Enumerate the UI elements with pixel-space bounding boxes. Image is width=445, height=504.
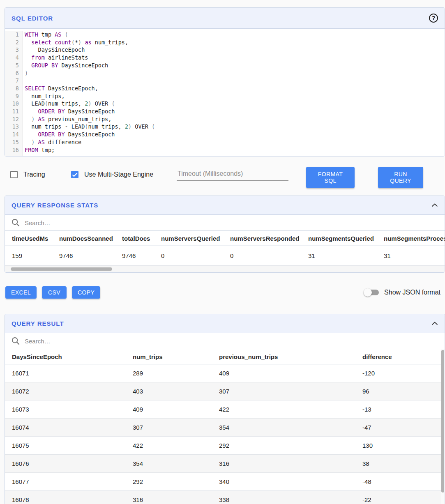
collapse-stats-icon[interactable]	[431, 203, 438, 207]
table-cell: 16073	[5, 400, 133, 419]
line-number: 7	[5, 77, 19, 85]
code-line: from airlineStats	[25, 54, 155, 62]
tracing-checkbox[interactable]	[10, 171, 18, 178]
result-scrollbar-thumb[interactable]	[441, 350, 444, 492]
sql-code-editor[interactable]: 12345678910111213141516 WITH tmp AS ( se…	[5, 29, 445, 156]
line-number: 8	[5, 85, 19, 92]
result-search-input[interactable]	[25, 338, 438, 345]
result-header: QUERY RESULT	[5, 314, 445, 333]
column-header[interactable]: numDocsScanned	[59, 231, 122, 246]
line-number: 11	[5, 108, 19, 115]
multistage-checkbox[interactable]	[71, 171, 78, 178]
table-row: 16071289409-120	[5, 364, 442, 382]
table-cell: 31	[384, 246, 445, 266]
table-cell: 130	[362, 437, 442, 455]
code-line: WITH tmp AS (	[25, 31, 155, 39]
header-row: DaysSinceEpochnum_tripsprevious_num_trip…	[5, 349, 442, 364]
table-cell: 422	[219, 400, 362, 419]
column-header[interactable]: timeUsedMs	[5, 231, 59, 246]
show-json-toggle[interactable]	[364, 288, 380, 297]
multistage-control[interactable]: Use Multi-Stage Engine	[71, 166, 153, 183]
stats-search-input[interactable]	[25, 219, 438, 226]
line-number: 6	[5, 69, 19, 77]
result-vertical-scrollbar[interactable]	[441, 349, 445, 504]
check-icon	[72, 173, 78, 177]
table-cell: 38	[362, 455, 442, 473]
table-cell: 307	[133, 419, 219, 437]
code-line: num_trips,	[25, 92, 155, 100]
column-header[interactable]: totalDocs	[122, 231, 161, 246]
table-row: 16078316338-22	[5, 491, 442, 504]
line-number: 9	[5, 92, 19, 100]
sql-editor-header: SQL EDITOR ?	[5, 8, 445, 29]
line-number: 5	[5, 62, 19, 69]
timeout-field-wrap	[177, 168, 288, 181]
stats-scrollbar-thumb[interactable]	[11, 267, 112, 271]
copy-button[interactable]: COPY	[72, 286, 100, 299]
collapse-result-icon[interactable]	[431, 322, 438, 325]
line-number: 16	[5, 146, 19, 154]
table-cell: 354	[219, 419, 362, 437]
table-cell: 16076	[5, 455, 133, 473]
result-table: DaysSinceEpochnum_tripsprevious_num_trip…	[5, 349, 442, 504]
table-cell: -47	[362, 419, 442, 437]
code-line: num_trips - LEAD(num_trips, 2) OVER (	[25, 123, 155, 131]
table-cell: 338	[219, 491, 362, 504]
column-header[interactable]: difference	[362, 349, 442, 364]
csv-button[interactable]: CSV	[42, 286, 67, 299]
table-cell: 31	[308, 246, 384, 266]
code-line: ORDER BY DaysSinceEpoch	[25, 131, 155, 138]
export-row: EXCEL CSV COPY Show JSON format	[0, 285, 445, 300]
stats-table-clip: timeUsedMsnumDocsScannedtotalDocsnumServ…	[5, 230, 445, 266]
code-line: ) AS difference	[25, 138, 155, 146]
table-cell: 292	[133, 473, 219, 491]
stats-horizontal-scrollbar[interactable]	[5, 266, 445, 272]
table-cell: 16078	[5, 491, 133, 504]
table-row: 1607240330796	[5, 382, 442, 400]
tracing-control[interactable]: Tracing	[10, 166, 45, 183]
column-header[interactable]: previous_num_trips	[219, 349, 362, 364]
table-cell: 316	[219, 455, 362, 473]
table-cell: 16072	[5, 382, 133, 400]
excel-button[interactable]: EXCEL	[5, 286, 37, 299]
column-header[interactable]: numSegmentsProcessed	[384, 231, 445, 246]
column-header[interactable]: numServersResponded	[230, 231, 308, 246]
table-row: 15997469746003131	[5, 246, 445, 266]
toggle-knob	[364, 288, 372, 297]
sql-editor-card: SQL EDITOR ? 12345678910111213141516 WIT…	[5, 7, 445, 156]
sql-code[interactable]: WITH tmp AS ( select count(*) as num_tri…	[23, 31, 155, 156]
column-header[interactable]: num_trips	[133, 349, 219, 364]
table-cell: -48	[362, 473, 442, 491]
format-sql-button[interactable]: FORMAT SQL	[306, 167, 355, 188]
code-line: )	[25, 69, 155, 77]
table-cell: -120	[362, 364, 442, 382]
column-header[interactable]: numSegmentsQueried	[308, 231, 384, 246]
result-table-wrap: DaysSinceEpochnum_tripsprevious_num_trip…	[5, 349, 445, 504]
line-number: 4	[5, 54, 19, 62]
code-line: SELECT DaysSinceEpoch,	[25, 85, 155, 92]
code-line: FROM tmp;	[25, 146, 155, 154]
stats-table: timeUsedMsnumDocsScannedtotalDocsnumServ…	[5, 230, 445, 266]
json-format-toggle-group: Show JSON format	[364, 288, 440, 297]
result-search-row	[5, 333, 445, 349]
line-number: 10	[5, 100, 19, 108]
table-cell: 409	[133, 400, 219, 419]
table-cell: 9746	[59, 246, 122, 266]
line-number: 15	[5, 138, 19, 146]
table-row: 16074307354-47	[5, 419, 442, 437]
line-number: 12	[5, 115, 19, 123]
line-number: 3	[5, 46, 19, 54]
sql-editor-title: SQL EDITOR	[12, 15, 53, 22]
table-cell: 16074	[5, 419, 133, 437]
table-cell: 422	[133, 437, 219, 455]
code-line: GROUP BY DaysSinceEpoch	[25, 62, 155, 69]
timeout-input[interactable]	[177, 168, 288, 181]
code-line: LEAD(num_trips, 2) OVER (	[25, 100, 155, 108]
help-icon[interactable]: ?	[429, 14, 438, 23]
multistage-label: Use Multi-Stage Engine	[84, 171, 153, 178]
line-number: 2	[5, 39, 19, 46]
run-query-button[interactable]: RUN QUERY	[378, 167, 423, 188]
column-header[interactable]: DaysSinceEpoch	[5, 349, 133, 364]
export-buttons: EXCEL CSV COPY	[5, 286, 100, 299]
column-header[interactable]: numServersQueried	[161, 231, 230, 246]
